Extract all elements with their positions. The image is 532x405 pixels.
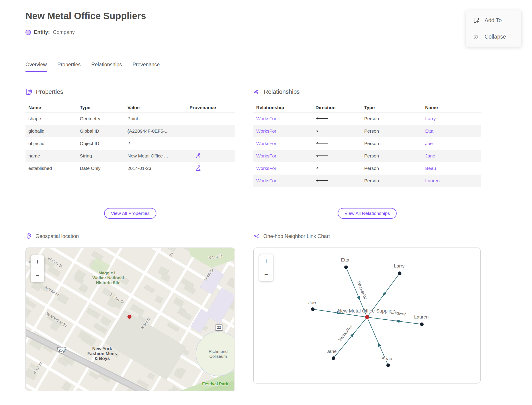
node-label: Lauren — [414, 314, 428, 319]
relationship-direction — [315, 166, 364, 171]
direction-arrow-left-icon — [315, 154, 328, 157]
property-provenance — [190, 165, 235, 172]
relationship-type-link[interactable]: WorksFor — [253, 166, 315, 171]
related-entity-link[interactable]: Lauren — [425, 178, 481, 183]
direction-arrow-left-icon — [315, 117, 328, 120]
node-label: Etta — [341, 257, 349, 262]
svg-text:250: 250 — [59, 348, 65, 352]
link-chart-section: One-hop Neighbor Link Chart EttaLarryJoe… — [253, 233, 481, 391]
entity-type-icon — [26, 30, 31, 35]
link-chart-canvas[interactable]: EttaLarryJoeLaurenJaneBeauWorksForWorksF… — [253, 248, 480, 383]
property-value: 2 — [127, 141, 190, 146]
property-provenance — [190, 153, 235, 159]
geospatial-title: Geospatial location — [35, 233, 79, 239]
related-entity-type: Person — [364, 128, 425, 134]
relationship-type-link[interactable]: WorksFor — [253, 116, 315, 121]
col-type: Type — [364, 105, 425, 110]
property-name: globalid — [26, 128, 80, 134]
svg-text:RichmondColiseum: RichmondColiseum — [209, 349, 228, 359]
relationship-row: WorksForPersonBeau — [253, 162, 481, 175]
related-entity-type: Person — [364, 178, 425, 183]
properties-header: Properties — [26, 88, 235, 95]
related-entity-link[interactable]: Larry — [425, 116, 481, 121]
properties-table-body: shapeGeometryPointglobalidGlobal ID{A228… — [26, 112, 235, 175]
property-row: nameStringNew Metal Office ... — [26, 150, 235, 162]
properties-title: Properties — [36, 88, 63, 95]
direction-arrow-left-icon — [315, 166, 328, 170]
svg-text:33: 33 — [217, 326, 221, 330]
collapse-button[interactable]: Collapse — [473, 33, 521, 40]
property-value: 2014-01-23 — [127, 166, 190, 171]
person-node[interactable] — [420, 323, 424, 326]
related-entity-link[interactable]: Joe — [425, 141, 481, 146]
relationships-table: Relationship Direction Type Name WorksFo… — [253, 103, 481, 187]
properties-table-header: Name Type Value Provenance — [26, 103, 235, 112]
property-row: objectidObject ID2 — [26, 137, 235, 150]
property-value: New Metal Office ... — [127, 153, 190, 159]
tab-properties[interactable]: Properties — [57, 62, 81, 72]
node-label: Beau — [381, 356, 392, 361]
provenance-flag-icon[interactable] — [195, 153, 201, 159]
chart-zoom-out-button[interactable]: − — [259, 268, 273, 281]
chart-zoom-in-button[interactable]: + — [259, 254, 273, 268]
person-node[interactable] — [332, 357, 335, 360]
edge-arrowhead — [377, 342, 381, 347]
geospatial-section: Geospatial location — [26, 233, 235, 391]
property-type: Geometry — [80, 116, 127, 121]
relationship-row: WorksForPersonEtta — [253, 125, 481, 137]
add-to-button[interactable]: Add To — [473, 17, 521, 24]
relationship-direction — [315, 141, 364, 146]
relationship-type-link[interactable]: WorksFor — [253, 153, 315, 159]
property-row: shapeGeometryPoint — [26, 112, 235, 125]
relationship-direction — [315, 178, 364, 183]
entity-row: Entity: Company — [26, 29, 75, 35]
add-to-icon — [473, 17, 480, 24]
svg-text:Festival Park: Festival Park — [202, 381, 228, 386]
related-entity-link[interactable]: Beau — [425, 166, 481, 171]
provenance-flag-icon[interactable] — [195, 165, 201, 172]
col-type: Type — [80, 105, 127, 110]
relationships-table-body: WorksForPersonLarryWorksForPersonEttaWor… — [253, 112, 481, 187]
entity-page: New Metal Office Suppliers Entity: Compa… — [0, 0, 532, 405]
edge-arrowhead — [381, 292, 386, 297]
person-node[interactable] — [344, 265, 348, 269]
relationship-direction — [315, 128, 364, 134]
property-type: Date Only — [80, 166, 127, 171]
property-value: {A228944F-0EF5-... — [127, 128, 190, 134]
map-zoom-out-button[interactable]: − — [31, 269, 44, 282]
map-zoom-in-button[interactable]: + — [31, 255, 44, 269]
person-node[interactable] — [386, 364, 390, 367]
map-canvas[interactable]: 25033 k RdW Clay StSaarshall StW Marshal… — [26, 248, 234, 391]
view-all-properties-button[interactable]: View All Properties — [104, 208, 156, 219]
relationships-header: Relationships — [253, 88, 481, 95]
relationships-table-header: Relationship Direction Type Name — [253, 103, 481, 112]
tab-relationships[interactable]: Relationships — [91, 62, 122, 72]
center-entity-node[interactable] — [365, 315, 369, 319]
direction-arrow-left-icon — [315, 142, 328, 145]
relationship-type-link[interactable]: WorksFor — [253, 141, 315, 146]
map-panel[interactable]: 25033 k RdW Clay StSaarshall StW Marshal… — [26, 248, 235, 391]
view-all-relationships-button[interactable]: View All Relationships — [338, 208, 397, 219]
relationship-direction — [315, 116, 364, 121]
related-entity-link[interactable]: Etta — [425, 128, 481, 134]
tab-overview[interactable]: Overview — [26, 62, 47, 72]
relationship-row: WorksForPersonJane — [253, 150, 481, 162]
relationships-title: Relationships — [264, 88, 300, 95]
relationship-type-link[interactable]: WorksFor — [253, 128, 315, 134]
col-provenance: Provenance — [190, 105, 235, 110]
entity-location-marker[interactable] — [127, 315, 132, 319]
relationship-row: WorksForPersonLarry — [253, 112, 481, 125]
property-type: Object ID — [80, 141, 127, 146]
person-node[interactable] — [398, 271, 401, 275]
property-name: established — [26, 166, 80, 171]
link-chart-panel[interactable]: EttaLarryJoeLaurenJaneBeauWorksForWorksF… — [253, 248, 481, 384]
relationship-type-link[interactable]: WorksFor — [253, 178, 315, 183]
tab-provenance[interactable]: Provenance — [133, 62, 160, 72]
person-node[interactable] — [311, 307, 314, 311]
page-title: New Metal Office Suppliers — [26, 11, 146, 21]
property-name: name — [26, 153, 80, 159]
col-relationship: Relationship — [253, 105, 315, 110]
related-entity-link[interactable]: Jane — [425, 153, 481, 159]
property-row: establishedDate Only2014-01-23 — [26, 162, 235, 175]
col-value: Value — [127, 105, 190, 110]
